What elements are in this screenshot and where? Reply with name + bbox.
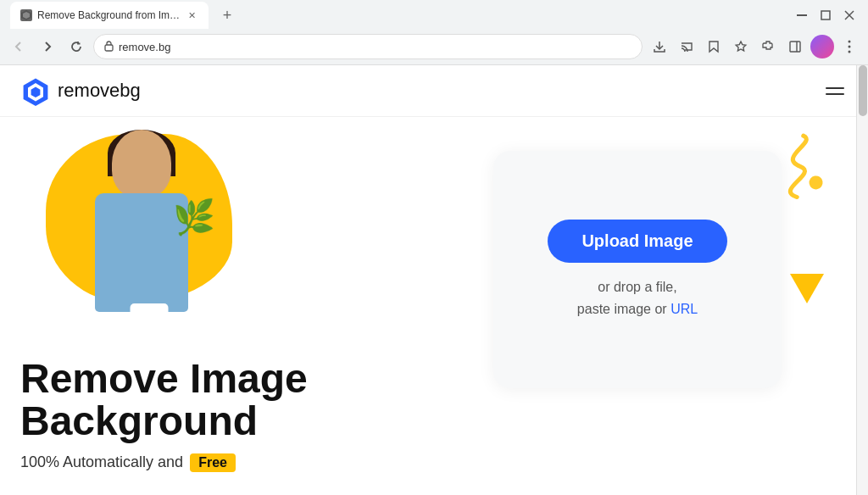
- url-link[interactable]: URL: [670, 302, 698, 316]
- svg-marker-8: [709, 42, 718, 52]
- svg-rect-3: [821, 11, 830, 19]
- refresh-button[interactable]: [64, 35, 88, 58]
- hero-left: 🌿 Remove Image Background 100% Automatic…: [20, 117, 427, 472]
- svg-point-13: [849, 51, 851, 53]
- address-bar[interactable]: remove.bg: [93, 34, 643, 59]
- scrollbar[interactable]: [856, 65, 868, 495]
- hamburger-line-1: [826, 87, 844, 89]
- address-bar-row: remove.bg: [0, 31, 868, 64]
- person-head: [112, 130, 171, 197]
- page-content: removebg 🌿: [0, 65, 868, 495]
- site-nav: removebg: [0, 65, 868, 117]
- maximize-button[interactable]: [817, 7, 834, 24]
- extensions-icon[interactable]: [756, 35, 780, 58]
- hero-image: 🌿: [20, 117, 342, 337]
- svg-point-17: [808, 175, 824, 191]
- window-controls: [793, 7, 858, 24]
- svg-rect-2: [797, 14, 807, 16]
- title-bar: Remove Background from Im… ✕ +: [0, 0, 868, 31]
- squiggle-decoration: [757, 130, 829, 215]
- new-tab-button[interactable]: +: [215, 3, 239, 27]
- drop-text: or drop a file, paste image or URL: [577, 276, 698, 320]
- free-badge: Free: [190, 453, 236, 472]
- hero-text: Remove Image Background 100% Automatical…: [20, 351, 427, 472]
- person-figure: 🌿: [63, 130, 220, 337]
- hamburger-menu-button[interactable]: [822, 84, 848, 98]
- scrollbar-thumb[interactable]: [859, 65, 867, 116]
- plant-pot: [130, 303, 168, 350]
- minimize-button[interactable]: [793, 7, 810, 24]
- plant-leaves: 🌿: [173, 197, 215, 237]
- triangle-decoration: [790, 274, 824, 303]
- hero-headline: Remove Image Background: [20, 358, 427, 443]
- lock-icon: [104, 41, 114, 53]
- tab-close-button[interactable]: ✕: [185, 8, 198, 22]
- url-text: remove.bg: [119, 41, 170, 53]
- svg-point-11: [849, 41, 851, 43]
- svg-rect-9: [790, 42, 800, 52]
- hero-subtext: 100% Automatically and Free: [20, 453, 427, 472]
- hero-right: Upload Image or drop a file, paste image…: [427, 117, 848, 388]
- tab-title: Remove Background from Im…: [37, 9, 180, 21]
- browser-tab[interactable]: Remove Background from Im… ✕: [10, 2, 209, 29]
- hamburger-line-2: [826, 93, 844, 95]
- back-button[interactable]: [7, 35, 31, 58]
- logo-text: removebg: [58, 80, 141, 102]
- toolbar-icons: [648, 35, 861, 58]
- upload-image-button[interactable]: Upload Image: [548, 220, 726, 263]
- logo-icon: [20, 75, 51, 106]
- cast-icon[interactable]: [675, 35, 698, 58]
- forward-button[interactable]: [36, 35, 59, 58]
- browser-chrome: Remove Background from Im… ✕ +: [0, 0, 868, 65]
- download-icon[interactable]: [648, 35, 671, 58]
- svg-rect-6: [105, 45, 113, 51]
- upload-card: Upload Image or drop a file, paste image…: [493, 151, 782, 388]
- profile-icon[interactable]: [810, 35, 834, 58]
- site-logo[interactable]: removebg: [20, 75, 141, 106]
- bookmark-icon[interactable]: [702, 35, 726, 58]
- close-window-button[interactable]: [841, 7, 858, 24]
- menu-icon[interactable]: [837, 35, 861, 58]
- svg-point-12: [849, 46, 851, 48]
- favorites-icon[interactable]: [729, 35, 753, 58]
- sidebar-toggle-icon[interactable]: [783, 35, 807, 58]
- hero-section: 🌿 Remove Image Background 100% Automatic…: [0, 117, 868, 495]
- tab-favicon: [20, 9, 32, 21]
